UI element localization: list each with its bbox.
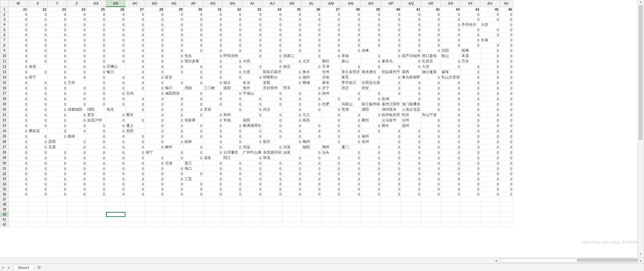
cell-AM7[interactable]: 0 — [321, 38, 341, 43]
cell-AO15[interactable]: 日照连云港 — [361, 80, 381, 86]
cell-AH30[interactable]: 0 — [223, 161, 242, 166]
cell-AD42[interactable] — [145, 222, 164, 227]
cell-AM36[interactable]: 0 — [321, 192, 341, 197]
cell-AC19[interactable]: 0 — [125, 102, 145, 107]
cell-Z24[interactable]: 0 — [67, 128, 87, 134]
cell-AD16[interactable]: 0 — [145, 86, 164, 91]
cell-AJ38[interactable] — [262, 202, 282, 207]
cell-AE32[interactable]: 0 — [164, 171, 184, 176]
cell-AU37[interactable] — [480, 197, 500, 202]
cell-AO7[interactable]: 0 — [361, 38, 381, 43]
cell-X15[interactable]: 0 — [28, 80, 48, 86]
cell-AQ39[interactable] — [401, 207, 421, 212]
cell-Z17[interactable]: 0 — [67, 91, 87, 96]
row-header-35[interactable]: 35 — [0, 187, 9, 192]
cell-AJ21[interactable]: 0 — [262, 112, 282, 118]
cell-AM35[interactable]: 0 — [321, 187, 341, 192]
cell-AD40[interactable] — [145, 212, 164, 217]
cell-AD20[interactable]: 0 — [145, 107, 164, 112]
cell-AH6[interactable]: 0 — [223, 33, 242, 38]
cell-W40[interactable] — [9, 212, 28, 217]
cell-AF10[interactable]: 包头 — [184, 53, 203, 59]
cell-AE27[interactable]: 柳州 — [164, 145, 184, 150]
cell-AN4[interactable]: 0 — [341, 22, 361, 28]
cell-AD17[interactable]: 0 — [145, 91, 164, 96]
cell-AD35[interactable]: 0 — [145, 187, 164, 192]
cell-AF24[interactable]: 0 — [184, 128, 203, 134]
scroll-up-icon[interactable]: ▴ — [638, 0, 643, 5]
cell-AD9[interactable]: 0 — [145, 48, 164, 53]
cell-AK10[interactable]: 张家口 — [282, 53, 302, 59]
cell-AB14[interactable]: 0 — [106, 75, 125, 80]
cell-AU42[interactable] — [480, 222, 500, 227]
cell-AB9[interactable]: 0 — [106, 48, 125, 53]
cell-AF13[interactable]: 0 — [184, 69, 203, 75]
cell-AO13[interactable]: 寿光潍坊 — [361, 69, 381, 75]
cell-AI1[interactable]: 33 — [242, 7, 262, 12]
cell-AU39[interactable] — [480, 207, 500, 212]
cell-W5[interactable]: 0 — [9, 28, 28, 33]
col-header-AU[interactable]: AU — [480, 0, 500, 7]
cell-AA31[interactable]: 0 — [87, 166, 106, 171]
cell-AD15[interactable]: 0 — [145, 80, 164, 86]
cell-AK12[interactable]: 保定 — [282, 64, 302, 69]
cell-Z35[interactable]: 0 — [67, 187, 87, 192]
cell-Y10[interactable]: 0 — [48, 53, 67, 59]
cell-AQ32[interactable]: 0 — [401, 171, 421, 176]
cell-AK36[interactable]: 0 — [282, 192, 302, 197]
cell-AV30[interactable]: 0 — [500, 161, 513, 166]
cell-Z11[interactable]: 0 — [67, 59, 87, 64]
col-header-AG[interactable]: AG — [203, 0, 223, 7]
cell-AE5[interactable]: 0 — [164, 28, 184, 33]
col-header-AI[interactable]: AI — [242, 0, 262, 7]
cell-AB15[interactable]: 0 — [106, 80, 125, 86]
cell-AP17[interactable]: 0 — [381, 91, 401, 96]
cell-AU6[interactable]: 0 — [480, 33, 500, 38]
cell-AC12[interactable]: 0 — [125, 64, 145, 69]
cell-AN20[interactable]: 芜湖 — [341, 107, 361, 112]
cell-X36[interactable]: 0 — [28, 192, 48, 197]
cell-Y20[interactable]: 0 — [48, 107, 67, 112]
cell-Z8[interactable]: 0 — [67, 43, 87, 48]
cell-AJ24[interactable]: 0 — [262, 128, 282, 134]
cell-AP13[interactable]: 招远莱州平 — [381, 69, 401, 75]
row-header-16[interactable]: 16 — [0, 86, 9, 91]
cell-AT39[interactable] — [461, 207, 480, 212]
cell-AE18[interactable]: 0 — [164, 96, 184, 102]
cell-AG42[interactable] — [203, 222, 223, 227]
cell-AF15[interactable]: 0 — [184, 80, 203, 86]
cell-AC16[interactable]: 0 — [125, 86, 145, 91]
cell-AP41[interactable] — [381, 217, 401, 222]
cell-AN27[interactable]: 厦门 — [341, 145, 361, 150]
cell-AC39[interactable] — [125, 207, 145, 212]
cell-AS23[interactable]: 0 — [441, 123, 461, 128]
cell-AA2[interactable]: 0 — [87, 12, 106, 17]
cell-AL16[interactable]: 0 — [302, 86, 321, 91]
cell-AB16[interactable]: 0 — [106, 86, 125, 91]
cell-AM25[interactable]: 0 — [321, 134, 341, 139]
cell-AJ13[interactable]: 阳泉石家庄 — [262, 69, 282, 75]
row-header-3[interactable]: 3 — [0, 17, 9, 22]
cell-AG40[interactable] — [203, 212, 223, 217]
cell-AV20[interactable]: 0 — [500, 107, 513, 112]
cell-AN25[interactable]: 0 — [341, 134, 361, 139]
cell-AK26[interactable]: 0 — [282, 139, 302, 145]
cell-W31[interactable]: 0 — [9, 166, 28, 171]
cell-X14[interactable]: 西宁 — [28, 75, 48, 80]
cell-AB20[interactable]: 南充 — [106, 107, 125, 112]
cell-AJ4[interactable]: 0 — [262, 22, 282, 28]
row-header-39[interactable]: 39 — [0, 207, 9, 212]
cell-AB32[interactable]: 0 — [106, 171, 125, 176]
cell-AM16[interactable]: 济宁 — [321, 86, 341, 91]
cell-AR26[interactable]: 0 — [421, 139, 441, 145]
cell-AU8[interactable]: 0 — [480, 43, 500, 48]
cell-AC38[interactable] — [125, 202, 145, 207]
cell-AB2[interactable]: 0 — [106, 12, 125, 17]
cell-Z9[interactable]: 0 — [67, 48, 87, 53]
cell-AN3[interactable]: 0 — [341, 17, 361, 22]
cell-AT7[interactable]: 0 — [461, 38, 480, 43]
cell-AS21[interactable]: 0 — [441, 112, 461, 118]
cell-AB25[interactable]: 0 — [106, 134, 125, 139]
cell-Y26[interactable]: 昆明 — [48, 139, 67, 145]
cell-AV8[interactable]: 0 — [500, 43, 513, 48]
